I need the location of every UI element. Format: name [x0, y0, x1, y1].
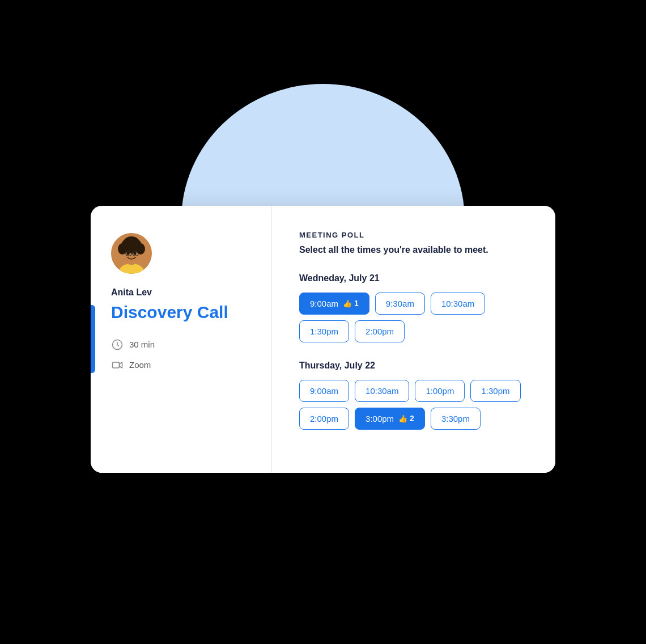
vote-count: 2	[410, 414, 414, 423]
host-name: Anita Lev	[111, 287, 251, 298]
thumbs-up-icon: 👍	[398, 414, 407, 423]
avatar	[111, 233, 152, 274]
slot-time: 10:30am	[441, 299, 474, 308]
thumbs-up-icon: 👍	[343, 299, 352, 308]
time-slots-day-1: 9:00am 👍 1 9:30am 10:30am 1:30pm	[299, 293, 528, 342]
slot-thu-900am[interactable]: 9:00am	[299, 380, 349, 402]
svg-point-8	[127, 252, 130, 255]
day-section-2: Thursday, July 22 9:00am 10:30am 1:00pm …	[299, 361, 528, 430]
slot-thu-100pm[interactable]: 1:00pm	[415, 380, 465, 402]
time-slots-day-2: 9:00am 10:30am 1:00pm 1:30pm 2:00pm	[299, 380, 528, 430]
slot-time: 3:30pm	[441, 414, 470, 423]
clock-icon	[111, 338, 124, 351]
day-section-1: Wedneday, July 21 9:00am 👍 1 9:30am 10:3…	[299, 273, 528, 342]
platform-label: Zoom	[129, 360, 151, 370]
duration-meta: 30 min	[111, 338, 251, 351]
scene: Anita Lev Discovery Call 30 min	[68, 67, 578, 577]
poll-title: MEETING POLL	[299, 231, 528, 239]
day-label-2: Thursday, July 22	[299, 361, 528, 371]
main-card: Anita Lev Discovery Call 30 min	[91, 206, 555, 473]
vote-badge: 👍 1	[343, 299, 359, 308]
duration-label: 30 min	[129, 340, 155, 349]
left-panel: Anita Lev Discovery Call 30 min	[91, 206, 272, 473]
right-panel: MEETING POLL Select all the times you're…	[272, 206, 555, 473]
slot-time: 9:00am	[310, 299, 338, 308]
slot-wed-130pm[interactable]: 1:30pm	[299, 320, 349, 342]
slot-wed-930am[interactable]: 9:30am	[375, 293, 425, 315]
svg-point-9	[134, 252, 137, 255]
vote-count: 1	[354, 299, 359, 308]
poll-subtitle: Select all the times you're available to…	[299, 245, 528, 255]
slot-time: 1:00pm	[426, 386, 454, 396]
zoom-icon	[111, 359, 124, 371]
slot-thu-300pm[interactable]: 3:00pm 👍 2	[355, 408, 425, 430]
slot-thu-1030am[interactable]: 10:30am	[355, 380, 409, 402]
day-label-1: Wedneday, July 21	[299, 273, 528, 283]
slot-wed-1030am[interactable]: 10:30am	[431, 293, 485, 315]
slot-time: 3:00pm	[366, 414, 394, 423]
slot-thu-130pm[interactable]: 1:30pm	[470, 380, 520, 402]
slot-wed-900am[interactable]: 9:00am 👍 1	[299, 293, 369, 315]
svg-point-7	[124, 236, 139, 248]
svg-rect-14	[113, 362, 120, 368]
slot-time: 2:00pm	[366, 327, 394, 336]
slot-time: 10:30am	[366, 386, 398, 396]
event-title: Discovery Call	[111, 302, 251, 323]
slot-time: 1:30pm	[481, 386, 509, 396]
slot-thu-330pm[interactable]: 3:30pm	[431, 408, 481, 430]
slot-time: 2:00pm	[310, 414, 338, 423]
slot-thu-200pm[interactable]: 2:00pm	[299, 408, 349, 430]
slot-time: 1:30pm	[310, 327, 338, 336]
slot-time: 9:30am	[386, 299, 414, 308]
vote-badge: 👍 2	[398, 414, 414, 423]
platform-meta: Zoom	[111, 359, 251, 371]
slot-wed-200pm[interactable]: 2:00pm	[355, 320, 405, 342]
slot-time: 9:00am	[310, 386, 338, 396]
